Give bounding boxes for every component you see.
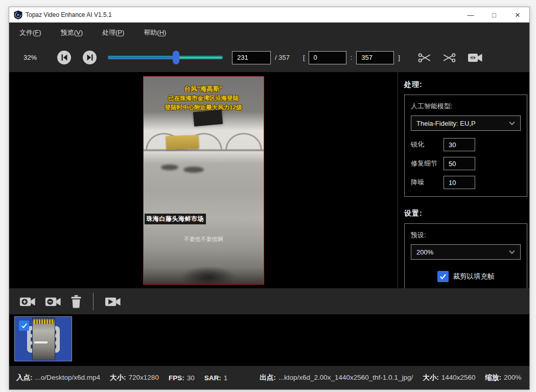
preview-toggle-button[interactable] (468, 52, 483, 63)
window-title: Topaz Video Enhance AI V1.5.1 (26, 11, 112, 18)
status-scale: 缩放:200% (485, 373, 522, 382)
ai-model-label: 人工智能模型: (411, 102, 521, 111)
current-frame-input[interactable] (232, 51, 271, 64)
clip-toolbar (9, 288, 529, 314)
slider-thumb[interactable] (173, 51, 179, 64)
video-overlay-text: 台风“海高斯” 已在珠海市金湾区沿海登陆 登陆时中心附近最大风力12级 (144, 84, 264, 112)
topaz-logo-icon (14, 10, 22, 19)
ai-model-dropdown[interactable]: Theia-Fidelity: EU,P (411, 116, 521, 131)
preset-dropdown[interactable]: 200% (411, 244, 521, 260)
status-in-point: 入点:...o/Desktop/x6d.mp4 (16, 373, 100, 382)
range-start-input[interactable] (309, 51, 346, 64)
delete-clip-button[interactable] (71, 295, 82, 308)
yellow-sign-shape (166, 135, 199, 150)
denoise-input[interactable] (444, 176, 475, 189)
range-colon: : (351, 54, 353, 61)
param-row: 降噪 (411, 176, 521, 189)
overlay-line-2: 已在珠海市金湾区沿海登陆 (144, 94, 264, 103)
add-video-icon (19, 295, 36, 308)
preset-label: 预设: (411, 230, 521, 240)
previous-frame-icon (61, 54, 67, 61)
right-settings-panel: 处理: 人工智能模型: Theia-Fidelity: EU,P 锐化 修复细节 (398, 72, 529, 288)
menu-help[interactable]: 帮助(H) (141, 26, 169, 39)
dark-sign-shape (193, 110, 222, 127)
trash-icon (71, 295, 82, 308)
status-fps: FPS:30 (169, 374, 195, 382)
menu-bar: 文件(F) 预览(V) 处理(P) 帮助(H) (9, 22, 529, 43)
playback-toolbar: 32% / 357 [ : ] (9, 43, 529, 72)
check-icon (20, 322, 28, 330)
timeline-slider[interactable] (108, 51, 223, 64)
set-in-point-button[interactable] (417, 52, 432, 63)
range-open-bracket: [ (303, 54, 305, 61)
status-sar: SAR:1 (204, 374, 228, 382)
preview-canvas: 台风“海高斯” 已在珠海市金湾区沿海登陆 登陆时中心附近最大风力12级 珠海白藤… (9, 72, 398, 288)
processing-group-box: 人工智能模型: Theia-Fidelity: EU,P 锐化 修复细节 降噪 (404, 95, 527, 197)
video-location-label: 珠海白藤头海鲜市场 (145, 214, 206, 224)
frame-total-label: / 357 (275, 54, 290, 61)
video-preview-frame[interactable]: 台风“海高斯” 已在珠海市金湾区沿海登陆 登陆时中心附近最大风力12级 珠海白藤… (143, 76, 264, 285)
foreground-shape (180, 266, 237, 285)
scissors-out-icon (442, 52, 456, 63)
status-input-size: 大小:720x1280 (110, 373, 159, 382)
overlay-line-1: 台风“海高斯” (144, 84, 264, 94)
video-subtitle: 不要慌不要慌啊 (144, 236, 264, 243)
processing-section-title: 处理: (404, 80, 527, 89)
param-row: 锐化 (411, 138, 521, 151)
range-close-bracket: ] (398, 54, 400, 61)
next-frame-button[interactable] (83, 51, 97, 64)
bridge-silhouette (144, 127, 264, 156)
minimize-button[interactable]: — (459, 7, 482, 22)
restore-detail-label: 修复细节 (411, 159, 444, 168)
set-out-point-button[interactable] (442, 52, 456, 63)
toolbar-divider (93, 293, 94, 310)
status-out-point: 出点:...ktop/x6d_2.00x_1440x2560_thf-1.0.1… (260, 373, 413, 382)
remove-video-button[interactable] (45, 295, 62, 308)
title-bar: Topaz Video Enhance AI V1.5.1 — □ ✕ (9, 7, 529, 22)
chevron-down-icon (509, 121, 515, 125)
settings-group-box: 预设: 200% 裁剪以填充帧 (404, 223, 527, 288)
preview-zoom-level: 32% (24, 54, 44, 61)
menu-file[interactable]: 文件(F) (16, 26, 44, 39)
sharpen-input[interactable] (444, 138, 475, 151)
clip-thumbnail-image (32, 317, 55, 360)
sharpen-label: 锐化 (411, 140, 444, 149)
crop-to-fill-label: 裁剪以填充帧 (453, 272, 495, 281)
process-video-button[interactable] (105, 295, 122, 308)
status-bar: 入点:...o/Desktop/x6d.mp4 大小:720x1280 FPS:… (9, 366, 529, 389)
status-output-size: 大小:1440x2560 (423, 373, 475, 382)
settings-section-title: 设置: (404, 209, 527, 218)
denoise-label: 降噪 (411, 178, 444, 187)
check-icon (439, 272, 447, 281)
maximize-button[interactable]: □ (482, 7, 506, 22)
ai-model-value: Theia-Fidelity: EU,P (416, 120, 509, 127)
app-window: Topaz Video Enhance AI V1.5.1 — □ ✕ 文件(F… (9, 7, 530, 390)
range-end-input[interactable] (356, 51, 394, 64)
menu-preview[interactable]: 预览(V) (58, 26, 86, 39)
clip-list (9, 314, 529, 366)
preset-value: 200% (416, 248, 509, 256)
next-frame-icon (87, 54, 93, 61)
camera-eye-icon (468, 52, 483, 63)
chevron-down-icon (509, 250, 515, 254)
close-button[interactable]: ✕ (506, 7, 529, 22)
crop-to-fill-checkbox[interactable] (437, 271, 449, 282)
slider-progress (108, 57, 176, 59)
process-video-icon (105, 295, 122, 308)
crop-to-fill-row: 裁剪以填充帧 (411, 271, 521, 282)
clip-checkbox[interactable] (19, 320, 29, 331)
car-shape (161, 165, 178, 170)
param-row: 修复细节 (411, 157, 521, 170)
main-area: 台风“海高斯” 已在珠海市金湾区沿海登陆 登陆时中心附近最大风力12级 珠海白藤… (9, 72, 529, 288)
scissors-in-icon (417, 52, 432, 63)
add-video-button[interactable] (19, 295, 36, 308)
clip-thumbnail-selected[interactable] (14, 316, 72, 361)
car-shape (183, 167, 204, 173)
menu-process[interactable]: 处理(P) (99, 26, 127, 39)
restore-detail-input[interactable] (444, 157, 475, 170)
remove-video-icon (45, 295, 62, 308)
previous-frame-button[interactable] (57, 51, 71, 64)
